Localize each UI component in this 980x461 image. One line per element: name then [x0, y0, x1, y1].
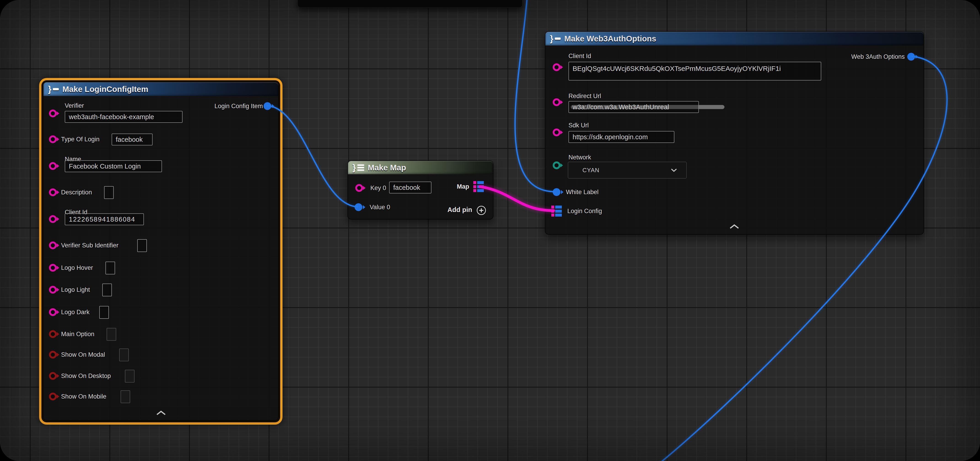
web3auth-options-output-label: Web 3Auth Options: [851, 52, 905, 61]
type-of-login-pin[interactable]: [49, 135, 57, 143]
show-on-desktop-label: Show On Desktop: [61, 371, 111, 380]
verifier-pin[interactable]: [49, 110, 57, 117]
logo-light-field[interactable]: [102, 283, 112, 296]
network-label: Network: [568, 153, 591, 162]
type-of-login-field[interactable]: facebook: [111, 134, 153, 145]
key-0-pin[interactable]: [355, 184, 363, 192]
show-on-mobile-label: Show On Mobile: [61, 392, 107, 401]
logo-light-pin[interactable]: [49, 286, 57, 294]
sdk-url-label: Sdk Url: [568, 121, 589, 130]
sdk-url-pin[interactable]: [553, 129, 560, 136]
map-output-pin[interactable]: [473, 181, 484, 192]
show-on-modal-label: Show On Modal: [61, 350, 105, 359]
white-label-pin[interactable]: [553, 188, 560, 196]
logo-dark-label: Logo Dark: [61, 308, 90, 317]
verifier-field[interactable]: web3auth-facebook-example: [65, 111, 183, 123]
add-pin-button[interactable]: [477, 206, 486, 215]
verifier-sub-identifier-pin[interactable]: [49, 242, 57, 249]
offscreen-node-partial[interactable]: [298, 0, 522, 8]
sdk-url-field[interactable]: https://sdk.openlogin.com: [568, 131, 675, 143]
key-0-label: Key 0: [371, 183, 386, 192]
client-id-pin[interactable]: [49, 215, 57, 223]
verifier-sub-identifier-field[interactable]: [137, 239, 147, 252]
client-id-label: Client Id: [568, 51, 591, 60]
verifier-sub-identifier-label: Verifier Sub Identifier: [61, 241, 118, 250]
node-title: Make Web3AuthOptions: [564, 34, 656, 43]
add-pin-label: Add pin: [447, 205, 472, 214]
chevron-down-icon: [671, 168, 677, 172]
show-on-desktop-checkbox[interactable]: [125, 370, 135, 383]
network-pin[interactable]: [553, 161, 560, 169]
node-make-login-config-item-header[interactable]: } Make LoginConfigItem: [43, 82, 278, 96]
key-0-field[interactable]: facebook: [389, 181, 431, 194]
show-on-mobile-pin[interactable]: [49, 393, 57, 401]
graph-canvas[interactable]: } Make LoginConfigItem Login Config Item…: [0, 0, 980, 461]
value-0-pin[interactable]: [355, 203, 362, 211]
node-make-map-header[interactable]: } Make Map: [348, 161, 493, 174]
make-struct-icon: }: [550, 34, 561, 43]
collapse-node-button[interactable]: [156, 410, 167, 416]
map-output-label: Map: [457, 182, 469, 191]
white-label-label: White Label: [566, 188, 599, 197]
main-option-pin[interactable]: [49, 330, 57, 338]
make-struct-icon: }: [48, 85, 59, 94]
value-0-label: Value 0: [370, 203, 390, 212]
show-on-modal-checkbox[interactable]: [119, 348, 129, 361]
node-make-map[interactable]: } Make Map Key 0 facebook Map Value 0 Ad…: [347, 161, 493, 219]
node-title: Make Map: [368, 163, 406, 172]
client-id-pin[interactable]: [553, 64, 560, 71]
logo-dark-pin[interactable]: [49, 308, 57, 316]
logo-light-label: Logo Light: [61, 285, 90, 294]
login-config-label: Login Config: [567, 207, 602, 216]
make-map-icon: }: [353, 163, 364, 172]
redirect-url-pin[interactable]: [553, 99, 560, 106]
blueprint-editor-viewport: } Make LoginConfigItem Login Config Item…: [0, 0, 980, 461]
login-config-pin[interactable]: [551, 205, 562, 216]
chevron-up-icon: [156, 410, 166, 415]
show-on-desktop-pin[interactable]: [49, 372, 57, 380]
client-id-field[interactable]: 1222658941886084: [65, 213, 144, 225]
show-on-mobile-checkbox[interactable]: [121, 390, 130, 403]
network-dropdown-value: CYAN: [568, 167, 671, 174]
login-config-item-output-pin[interactable]: [264, 102, 271, 110]
login-config-item-output-label: Login Config Item: [214, 102, 263, 111]
verifier-label: Verifier: [65, 101, 84, 110]
logo-hover-field[interactable]: [105, 262, 115, 274]
main-option-label: Main Option: [61, 329, 94, 339]
node-make-web3auth-options-header[interactable]: } Make Web3AuthOptions: [546, 32, 923, 46]
description-label: Description: [61, 188, 92, 197]
collapse-node-button[interactable]: [729, 224, 740, 230]
name-pin[interactable]: [49, 162, 57, 170]
network-dropdown[interactable]: CYAN: [568, 162, 687, 179]
node-title: Make LoginConfigItem: [62, 84, 148, 94]
type-of-login-label: Type Of Login: [61, 135, 100, 144]
node-make-login-config-item[interactable]: } Make LoginConfigItem Login Config Item…: [43, 82, 278, 421]
chevron-up-icon: [729, 224, 739, 229]
main-option-checkbox[interactable]: [107, 328, 116, 341]
logo-dark-field[interactable]: [99, 306, 109, 319]
description-field[interactable]: [104, 186, 114, 199]
client-id-field[interactable]: BEglQSgt4cUWcj6SKRdu5QkOXTsePmMcusG5EAoy…: [568, 62, 821, 81]
node-make-web3auth-options[interactable]: } Make Web3AuthOptions Web 3Auth Options…: [545, 31, 924, 235]
wire-login-config-item-to-value-0[interactable]: [267, 106, 358, 207]
web3auth-options-output-pin[interactable]: [907, 53, 915, 60]
redirect-url-field[interactable]: w3a://com.w3a.Web3AuthUnreal: [568, 101, 699, 113]
redirect-url-label: Redirect Url: [568, 91, 601, 101]
name-field[interactable]: Facebook Custom Login: [65, 160, 162, 172]
logo-hover-pin[interactable]: [49, 264, 57, 272]
description-pin[interactable]: [49, 188, 57, 196]
logo-hover-label: Logo Hover: [61, 263, 93, 272]
show-on-modal-pin[interactable]: [49, 351, 57, 359]
